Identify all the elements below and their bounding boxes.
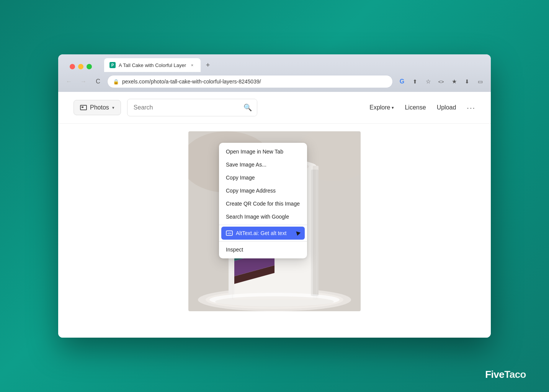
maximize-window-button[interactable]	[87, 64, 92, 69]
alttext-icon: </>	[226, 230, 233, 236]
browser-window: A Tall Cake with Colorful Layer × + ← → …	[58, 54, 491, 338]
tab-close-button[interactable]: ×	[189, 62, 195, 68]
window-controls	[64, 59, 98, 72]
photos-dropdown-button[interactable]: Photos ▾	[74, 100, 121, 115]
context-menu-divider-1	[219, 225, 307, 225]
bookmark-button[interactable]: ☆	[423, 76, 433, 87]
context-open-new-tab[interactable]: Open Image in New Tab	[219, 145, 307, 158]
photos-chevron-icon: ▾	[112, 105, 114, 110]
tab-strip: A Tall Cake with Colorful Layer × +	[98, 58, 244, 72]
pexels-nav: Photos ▾ 🔍 Explore ▾ License Upload ···	[58, 92, 491, 124]
nav-actions: G ⬆ ☆ <> ★ ⬇ ▭	[397, 76, 485, 87]
forward-button[interactable]: →	[78, 76, 89, 87]
search-input[interactable]	[127, 104, 239, 111]
pexels-nav-right: Explore ▾ License Upload ···	[369, 103, 475, 112]
download-button[interactable]: ⬇	[462, 76, 472, 87]
minimize-window-button[interactable]	[78, 64, 83, 69]
new-tab-button[interactable]: +	[202, 60, 214, 70]
search-container[interactable]: 🔍	[127, 99, 257, 116]
share-button[interactable]: ⬆	[410, 76, 420, 87]
active-tab[interactable]: A Tall Cake with Colorful Layer ×	[104, 58, 201, 72]
context-menu: Open Image in New Tab Save Image As... C…	[219, 143, 307, 258]
context-save-image[interactable]: Save Image As...	[219, 158, 307, 171]
code-button[interactable]: <>	[436, 76, 446, 87]
explore-chevron-icon: ▾	[392, 105, 394, 110]
more-nav-button[interactable]: ···	[467, 103, 475, 112]
brand-name-part2: Taco	[504, 369, 526, 380]
back-button[interactable]: ←	[64, 76, 74, 87]
tab-favicon	[109, 62, 116, 68]
tab-title: A Tall Cake with Colorful Layer	[119, 62, 186, 68]
browser-header: A Tall Cake with Colorful Layer × + ← → …	[58, 54, 491, 92]
explore-nav-link[interactable]: Explore ▾	[369, 104, 394, 111]
context-menu-divider-2	[219, 241, 307, 242]
address-text: pexels.com/photo/a-tall-cake-with-colorf…	[122, 78, 387, 85]
cursor-icon	[295, 232, 301, 237]
photos-icon	[80, 105, 87, 110]
fivetaco-branding: FiveTaco	[485, 369, 526, 381]
refresh-button[interactable]: C	[93, 76, 103, 87]
brand-name-part1: Five	[485, 369, 504, 380]
upload-nav-link[interactable]: Upload	[437, 104, 456, 111]
extension-button[interactable]: ★	[449, 76, 459, 87]
context-copy-image[interactable]: Copy Image	[219, 171, 307, 184]
top-row: A Tall Cake with Colorful Layer × +	[58, 54, 491, 72]
alttext-label: AltText.ai: Get alt text	[236, 230, 286, 236]
context-alttext[interactable]: </> AltText.ai: Get alt text	[221, 227, 305, 240]
svg-rect-19	[311, 170, 319, 296]
context-inspect[interactable]: Inspect	[219, 243, 307, 256]
google-icon[interactable]: G	[397, 76, 407, 87]
page-content: Photos ▾ 🔍 Explore ▾ License Upload ···	[58, 92, 491, 338]
nav-bar: ← → C 🔒 pexels.com/photo/a-tall-cake-wit…	[58, 72, 491, 92]
search-button[interactable]: 🔍	[239, 99, 257, 116]
sidebar-button[interactable]: ▭	[475, 76, 485, 87]
image-area: Open Image in New Tab Save Image As... C…	[58, 124, 491, 319]
license-nav-link[interactable]: License	[405, 104, 426, 111]
svg-point-18	[215, 296, 334, 307]
photos-label: Photos	[90, 104, 109, 111]
search-icon: 🔍	[243, 103, 252, 112]
close-window-button[interactable]	[70, 64, 75, 69]
context-create-qr[interactable]: Create QR Code for this Image	[219, 197, 307, 210]
lock-icon: 🔒	[113, 79, 119, 85]
context-search-google[interactable]: Search Image with Google	[219, 210, 307, 223]
context-copy-address[interactable]: Copy Image Address	[219, 184, 307, 197]
address-bar[interactable]: 🔒 pexels.com/photo/a-tall-cake-with-colo…	[107, 75, 393, 88]
